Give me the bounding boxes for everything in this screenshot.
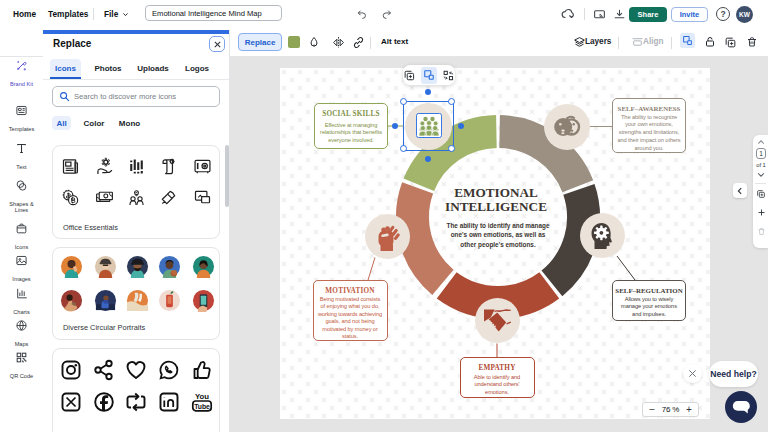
svg-text:Tube: Tube xyxy=(194,403,210,410)
svg-text:You: You xyxy=(195,392,209,401)
